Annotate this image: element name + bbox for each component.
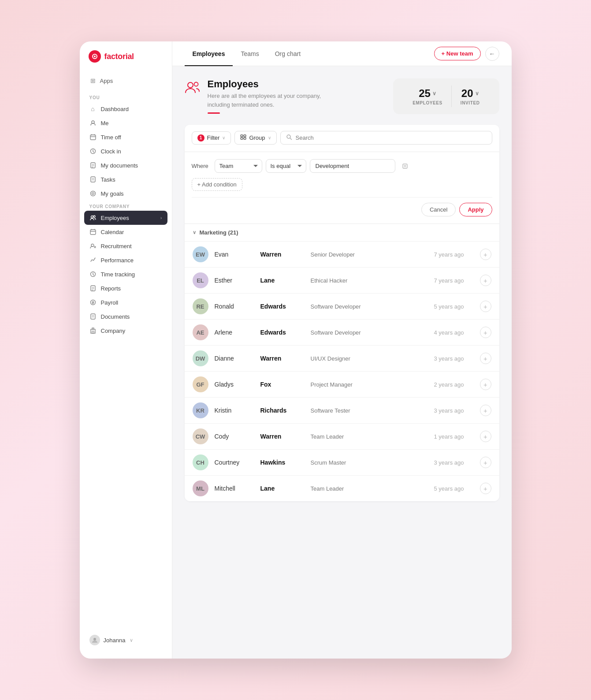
sidebar-item-clock-in[interactable]: Clock in (80, 144, 172, 158)
back-button[interactable]: ← (485, 47, 499, 61)
sidebar-item-my-documents[interactable]: My documents (80, 158, 172, 172)
group-chevron-icon: ∨ (268, 135, 271, 140)
employee-add-button[interactable]: + (480, 249, 491, 260)
page-header-left: Employees Here are all the employees at … (185, 78, 321, 114)
page-divider (208, 112, 220, 114)
sidebar-item-me[interactable]: Me (80, 116, 172, 130)
svg-point-21 (188, 82, 193, 88)
employee-first-name: Kristin (215, 407, 254, 414)
employee-role: Senior Developer (311, 251, 428, 258)
sidebar: factorial ⊞ Apps YOU ⌂ Dashboard Me Time… (80, 41, 172, 659)
sidebar-item-calendar[interactable]: Calendar (80, 225, 172, 239)
sidebar-item-recruitment[interactable]: Recruitment (80, 239, 172, 253)
employee-last-name: Edwards (260, 303, 305, 310)
group-button[interactable]: Group ∨ (234, 131, 276, 145)
employees-table: ∨ Marketing (21) EW Evan Warren Senior D… (185, 223, 499, 501)
table-group-header[interactable]: ∨ Marketing (21) (185, 223, 499, 241)
employee-add-button[interactable]: + (480, 405, 491, 416)
cancel-button[interactable]: Cancel (421, 203, 456, 216)
sidebar-item-dashboard[interactable]: ⌂ Dashboard (80, 102, 172, 116)
add-condition-button[interactable]: + Add condition (192, 178, 242, 191)
sidebar-item-label: Me (101, 120, 109, 127)
employee-add-button[interactable]: + (480, 275, 491, 286)
filter-button[interactable]: 1 Filter ∨ (192, 131, 231, 145)
employee-last-name: Hawkins (260, 459, 305, 466)
apply-button[interactable]: Apply (459, 203, 492, 216)
employee-add-button[interactable]: + (480, 327, 491, 338)
sidebar-item-label: Dashboard (101, 106, 129, 112)
table-row: EL Esther Lane Ethical Hacker 7 years ag… (185, 267, 499, 293)
sidebar-item-time-tracking[interactable]: Time tracking (80, 267, 172, 281)
employee-tenure: 7 years ago (434, 251, 474, 258)
main-content: Employees Teams Org chart + New team ← (172, 41, 512, 659)
employee-role: Team Leader (311, 433, 428, 440)
search-input[interactable] (296, 134, 487, 141)
employees-stat[interactable]: 25 ∨ EMPLOYEES (404, 86, 452, 107)
svg-point-22 (194, 82, 198, 86)
employee-last-name: Warren (260, 251, 305, 258)
employee-last-name: Richards (260, 407, 305, 414)
employee-add-button[interactable]: + (480, 353, 491, 364)
table-row: GF Gladys Fox Project Manager 2 years ag… (185, 371, 499, 397)
employee-last-name: Warren (260, 433, 305, 440)
avatar: EL (193, 272, 208, 288)
employee-role: Software Tester (311, 407, 428, 414)
employee-add-button[interactable]: + (480, 379, 491, 390)
sidebar-item-reports[interactable]: Reports (80, 281, 172, 295)
tab-employees[interactable]: Employees (185, 42, 233, 66)
top-nav-actions: + New team ← (434, 47, 499, 61)
svg-rect-6 (91, 177, 95, 182)
filter-delete-button[interactable] (399, 160, 411, 172)
avatar: CH (193, 454, 208, 470)
new-team-button[interactable]: + New team (434, 47, 481, 60)
chevron-down-icon: ∨ (432, 90, 436, 97)
employee-role: Scrum Master (311, 459, 428, 466)
table-row: CH Courtney Hawkins Scrum Master 3 years… (185, 449, 499, 475)
reports-icon (89, 285, 97, 292)
sidebar-item-my-goals[interactable]: My goals (80, 186, 172, 201)
logo[interactable]: factorial (80, 50, 172, 71)
sidebar-item-employees[interactable]: Employees › (84, 211, 167, 225)
add-condition-label: + Add condition (197, 181, 237, 188)
user-profile-button[interactable]: Johanna ∨ (80, 630, 172, 650)
sidebar-item-tasks[interactable]: Tasks (80, 172, 172, 186)
table-container: 1 Filter ∨ Group ∨ (185, 125, 499, 501)
employee-add-button[interactable]: + (480, 483, 491, 494)
sidebar-item-company[interactable]: Company (80, 324, 172, 338)
employee-first-name: Mitchell (215, 485, 254, 492)
avatar: GF (193, 376, 208, 392)
employee-last-name: Lane (260, 485, 305, 492)
clock-in-icon (89, 148, 97, 155)
employee-add-button[interactable]: + (480, 301, 491, 312)
employee-add-button[interactable]: + (480, 457, 491, 468)
svg-rect-25 (241, 138, 243, 139)
chevron-right-icon: › (160, 215, 162, 220)
my-documents-icon (89, 162, 97, 169)
filter-panel: Where Team Department Role Status Is equ… (185, 152, 499, 223)
svg-point-2 (92, 121, 94, 123)
sidebar-item-payroll[interactable]: Payroll (80, 295, 172, 309)
apps-button[interactable]: ⊞ Apps (85, 74, 167, 87)
employee-role: UI/UX Designer (311, 355, 428, 362)
employee-role: Ethical Hacker (311, 277, 428, 284)
my-goals-icon (89, 190, 97, 197)
tab-teams[interactable]: Teams (233, 42, 267, 66)
sidebar-item-performance[interactable]: Performance (80, 253, 172, 267)
calendar-icon (89, 228, 97, 235)
chevron-down-small-icon: ∨ (193, 230, 196, 235)
filter-where-label: Where (192, 163, 211, 169)
sidebar-item-time-off[interactable]: Time off (80, 130, 172, 144)
svg-rect-26 (244, 138, 246, 139)
sidebar-item-documents[interactable]: Documents (80, 309, 172, 324)
filter-value-input[interactable] (310, 159, 395, 173)
svg-rect-3 (90, 135, 96, 140)
employee-first-name: Esther (215, 277, 254, 284)
filter-operator-select[interactable]: Is equal Is not Contains (266, 159, 306, 173)
invited-stat[interactable]: 20 ∨ INVITED (452, 86, 489, 107)
filter-field-select[interactable]: Team Department Role Status (215, 159, 262, 173)
tab-org-chart[interactable]: Org chart (267, 42, 309, 66)
search-box[interactable] (280, 131, 492, 145)
sidebar-item-label: Reports (101, 285, 121, 292)
sidebar-item-label: Employees (101, 215, 129, 221)
employee-add-button[interactable]: + (480, 431, 491, 442)
